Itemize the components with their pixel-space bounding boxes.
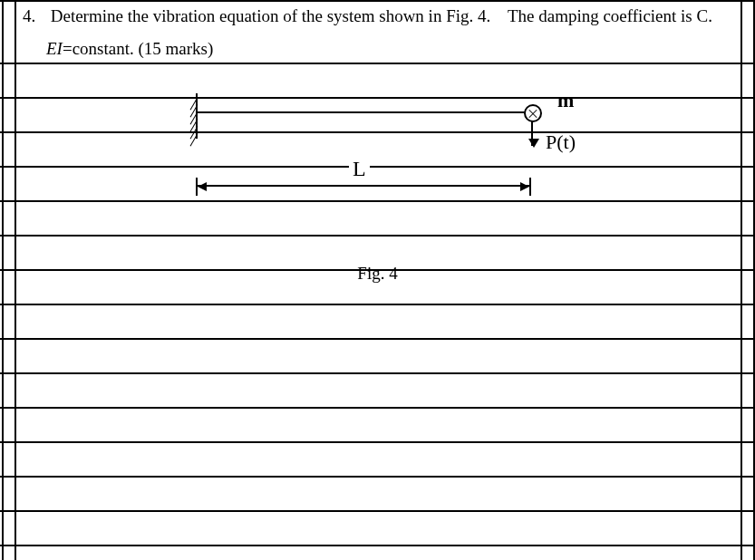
question-body-1a: Determine the vibration equation of the … <box>51 6 490 25</box>
mass-label: m <box>557 89 574 112</box>
figure-4: m P(t) L <box>172 91 553 199</box>
force-label: P(t) <box>546 130 576 154</box>
fixed-support-icon <box>172 93 198 139</box>
lumped-mass-icon <box>524 104 542 122</box>
question-body-2: =constant. (15 marks) <box>63 39 213 58</box>
cantilever-beam-icon <box>196 111 531 113</box>
figure-caption: Fig. 4 <box>0 264 755 284</box>
question-body-1b: The damping coefficient is C. <box>508 6 712 25</box>
question-number: 4. <box>23 5 46 27</box>
dimension-line-icon <box>196 185 531 187</box>
force-arrow-icon <box>531 121 533 146</box>
question-line-2: EI=constant. (15 marks) <box>46 37 213 60</box>
question-line-1: 4. Determine the vibration equation of t… <box>23 5 740 27</box>
length-label: L <box>349 157 370 181</box>
ei-symbol: EI <box>46 39 63 58</box>
